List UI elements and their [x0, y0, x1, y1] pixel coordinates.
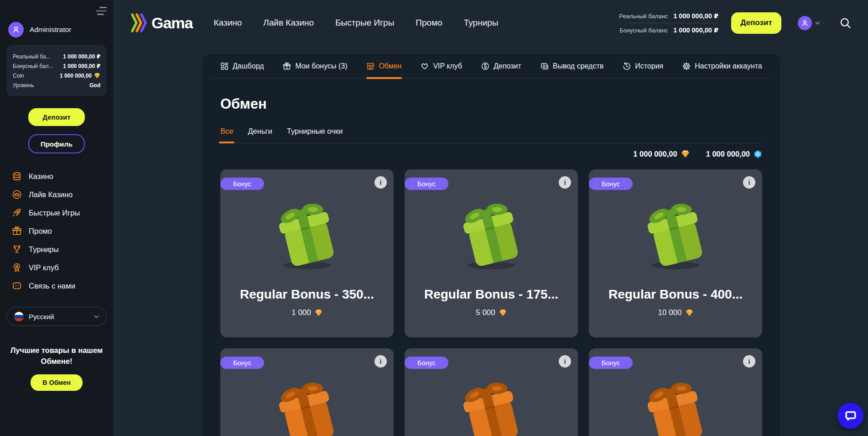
gem-orange-icon — [499, 309, 507, 317]
logo-mark-icon — [130, 13, 148, 33]
nav-fast-games[interactable]: Быстрые Игры — [335, 18, 394, 28]
vip-badge-icon — [12, 263, 22, 273]
tab-account-settings[interactable]: Настройки аккаунта — [682, 54, 762, 78]
bonus-price: 10 000 — [589, 308, 762, 317]
nav-casino[interactable]: Казино — [214, 18, 242, 28]
sidebar-item-casino[interactable]: Казино — [0, 167, 113, 185]
sidebar-menu: Казино Лайв Казино Быстрые — [0, 167, 113, 295]
chevron-down-icon — [94, 315, 99, 318]
banknote-icon — [541, 62, 549, 70]
tab-deposit[interactable]: Депозит — [481, 54, 521, 78]
chat-icon — [12, 281, 22, 291]
info-icon[interactable]: i — [743, 355, 755, 368]
bonus-card-grid: Бонус i — [220, 169, 762, 436]
gem-orange-icon — [94, 73, 100, 79]
sidebar: Administrator Реальный ба... 1 000 000,0… — [0, 0, 113, 436]
bonus-price: 1 000 — [220, 308, 394, 317]
nav-promo[interactable]: Промо — [416, 18, 442, 28]
bonus-badge: Бонус — [220, 178, 264, 190]
sidebar-item-promo[interactable]: Промо — [0, 222, 113, 240]
sidebar-item-vip-club[interactable]: VIP клуб — [0, 258, 113, 277]
user-row[interactable]: Administrator — [8, 22, 106, 37]
gift-box-image — [405, 193, 578, 272]
russia-flag-icon — [14, 312, 24, 321]
search-button[interactable] — [839, 17, 852, 29]
live-chat-button[interactable] — [837, 403, 863, 429]
top-header: Gama Казино Лайв Казино Быстрые Игры Про… — [113, 0, 868, 46]
bonus-badge: Бонус — [405, 357, 448, 369]
tab-dashboard[interactable]: Дашборд — [220, 54, 264, 78]
sidebar-item-label: Казино — [29, 172, 53, 181]
balance-row-coin: Coin 1 000 000,00 — [13, 73, 100, 79]
tab-label: Вывод средств — [553, 62, 603, 70]
bonus-title: Regular Bonus - 175... — [409, 287, 573, 302]
gear-icon — [682, 62, 691, 70]
info-icon[interactable]: i — [743, 176, 755, 189]
gift-box-image — [220, 372, 394, 436]
sidebar-profile-button[interactable]: Профиль — [28, 134, 85, 153]
wallet-points-balance: 1 000 000,00 — [706, 150, 762, 158]
header-real-balance: Реальный баланс 1 000 000,00 ₽ — [619, 12, 718, 20]
sidebar-item-tournaments[interactable]: Турниры — [0, 240, 113, 258]
sidebar-item-fast-games[interactable]: Быстрые Игры — [0, 204, 113, 222]
history-icon — [623, 62, 631, 70]
info-icon[interactable]: i — [559, 355, 571, 368]
tab-history[interactable]: История — [623, 54, 663, 78]
coins-icon — [12, 171, 22, 181]
tab-exchange[interactable]: Обмен — [366, 54, 401, 78]
balance-value: 1 000 000,00 ₽ — [63, 53, 100, 60]
dashboard-icon — [220, 62, 229, 70]
hamburger-menu-icon[interactable] — [96, 7, 107, 15]
nav-tournaments[interactable]: Турниры — [464, 18, 499, 28]
header-deposit-button[interactable]: Депозит — [731, 12, 781, 34]
language-selector[interactable]: Русский — [6, 307, 107, 326]
balance-label: Уровень — [13, 82, 34, 89]
bonus-title: Regular Bonus - 350... — [225, 287, 389, 302]
sidebar-item-label: Быстрые Игры — [29, 209, 80, 217]
sidebar-item-label: Турниры — [29, 245, 59, 254]
tab-label: История — [635, 62, 663, 70]
page-title: Обмен — [220, 96, 762, 112]
info-icon[interactable]: i — [374, 355, 387, 368]
filter-tournament-points[interactable]: Турнирные очки — [287, 127, 343, 136]
sidebar-item-contact-us[interactable]: Связь с нами — [0, 277, 113, 295]
gift-box-image — [589, 193, 762, 272]
bonus-title: Regular Bonus - 400... — [593, 287, 758, 302]
bonus-card[interactable]: Бонус i — [589, 348, 762, 436]
bonus-card[interactable]: Бонус i — [405, 169, 578, 337]
header-balances: Реальный баланс 1 000 000,00 ₽ Бонусный … — [619, 12, 718, 34]
balance-panel: Реальный ба... 1 000 000,00 ₽ Бонусный б… — [6, 45, 107, 96]
tab-label: Настройки аккаунта — [695, 62, 762, 70]
person-icon — [11, 25, 21, 34]
account-panel: Дашборд Мои бонусы (3) Обмен — [202, 54, 780, 436]
account-menu[interactable] — [798, 16, 820, 30]
tab-my-bonuses[interactable]: Мои бонусы (3) — [283, 54, 347, 78]
tab-label: Обмен — [379, 62, 401, 70]
balance-label: Реальный ба... — [13, 53, 51, 60]
filter-money[interactable]: Деньги — [248, 127, 272, 136]
sidebar-item-live-casino[interactable]: Лайв Казино — [0, 185, 113, 204]
bonus-card[interactable]: Бонус i — [220, 348, 394, 436]
user-avatar — [8, 22, 24, 37]
nav-live-casino[interactable]: Лайв Казино — [263, 18, 314, 28]
bonus-card[interactable]: Бонус i — [589, 169, 762, 337]
tab-label: Депозит — [494, 62, 521, 70]
sidebar-deposit-button[interactable]: Депозит — [28, 108, 85, 126]
bonus-badge: Бонус — [589, 357, 633, 369]
gem-orange-icon — [686, 309, 693, 317]
gama-logo[interactable]: Gama — [130, 13, 193, 33]
tab-vip-club[interactable]: VIP клуб — [421, 54, 462, 78]
balance-row-bonus: Бонусный бал... 1 000 000,00 ₽ — [13, 63, 100, 69]
filter-all[interactable]: Все — [220, 127, 233, 136]
info-icon[interactable]: i — [559, 176, 571, 189]
bonus-card[interactable]: Бонус i — [405, 348, 578, 436]
tab-withdraw[interactable]: Вывод средств — [541, 54, 603, 78]
chat-bubble-icon — [844, 410, 857, 422]
info-icon[interactable]: i — [374, 176, 387, 189]
bonus-card[interactable]: Бонус i — [220, 169, 394, 337]
go-to-exchange-button[interactable]: В Обмен — [31, 374, 83, 391]
rocket-icon — [12, 208, 22, 218]
language-value: Русский — [29, 313, 89, 320]
exchange-filters: Все Деньги Турнирные очки — [220, 127, 762, 143]
balance-label: Бонусный баланс — [619, 27, 668, 34]
